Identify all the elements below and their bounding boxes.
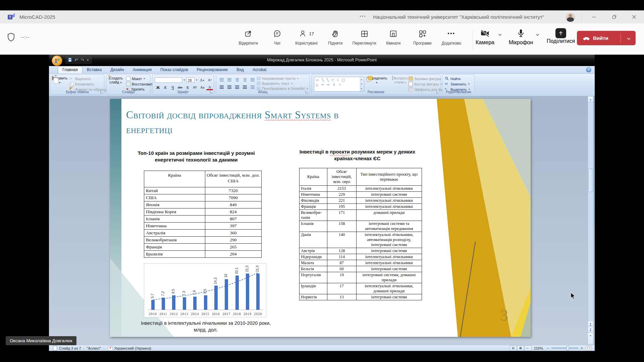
increase-indent-button[interactable]	[241, 77, 248, 82]
font-name-select[interactable]	[155, 77, 182, 83]
table-cell: 195	[327, 204, 356, 210]
cut-button[interactable]: ✂Вырезать	[69, 76, 107, 81]
slide-sorter-button[interactable]: ▦	[517, 346, 524, 351]
slide-canvas[interactable]: Світовій досвід впровадження Smart Syste…	[110, 99, 531, 337]
rooms-button[interactable]: Кімнати	[379, 28, 408, 46]
more-button[interactable]: ••• Додатково	[437, 28, 466, 46]
italic-button[interactable]: К	[162, 84, 169, 90]
scroll-down-button[interactable]: ▼	[588, 333, 593, 345]
shapes-gallery-scroll[interactable]: ▲▼▼	[360, 77, 364, 91]
tab-view[interactable]: Вид	[232, 66, 248, 73]
find-button[interactable]: Найти	[445, 76, 470, 81]
undo-button[interactable]: ↶	[74, 58, 78, 63]
bullets-button[interactable]	[218, 77, 225, 82]
spellcheck-icon[interactable]: ✗	[108, 346, 113, 351]
titlebar-overflow-icon[interactable]: •••	[360, 10, 366, 23]
view-button[interactable]: Переглянути	[350, 28, 379, 46]
left-table-header-country: Країна	[144, 171, 205, 187]
minimize-button[interactable]	[586, 10, 601, 23]
underline-button[interactable]: Ч	[169, 84, 176, 90]
grow-font-button[interactable]: А▲	[199, 77, 206, 83]
status-divider2	[104, 346, 104, 350]
group-drawing-label: Рисование	[312, 90, 440, 94]
font-dialog-launcher[interactable]	[210, 90, 213, 93]
participants-button[interactable]: 17 Користувачі	[292, 28, 321, 46]
scroll-up-button[interactable]: ▲	[588, 97, 593, 102]
table-cell: 849	[205, 201, 261, 208]
char-spacing-button[interactable]: AV	[192, 84, 198, 90]
align-left-button[interactable]	[218, 84, 225, 90]
shape-fill-icon	[409, 76, 413, 81]
redo-button[interactable]: ↷	[80, 58, 84, 63]
qat-customize-chevron[interactable]: ▼	[87, 58, 89, 63]
paragraph-dialog-launcher[interactable]	[306, 90, 308, 93]
previous-slide-button[interactable]: ▲▲	[588, 321, 593, 327]
shapes-gallery[interactable]: ▭ ╲ ╲ □ ○ ▢ △ ⇦ ⇨ ⇩ ☆ ▲▼▼	[314, 77, 364, 92]
drawing-dialog-launcher[interactable]	[436, 90, 439, 93]
zoom-slider[interactable]	[551, 348, 578, 349]
zoom-in-button[interactable]: +	[580, 346, 584, 351]
numbering-button[interactable]	[226, 77, 233, 82]
arrange-button[interactable]: Упорядочить ▼	[366, 76, 388, 84]
font-color-button[interactable]: А	[206, 84, 213, 90]
mic-options-chevron[interactable]	[535, 32, 540, 38]
mic-button[interactable]: Мікрофон	[510, 28, 532, 46]
leave-button[interactable]: Вийти	[577, 31, 636, 45]
raise-hand-icon	[331, 28, 340, 39]
shrink-font-button[interactable]: А▼	[207, 77, 213, 83]
text-shadow-button[interactable]: S	[184, 84, 191, 90]
slideshow-button[interactable]: ▷	[525, 346, 531, 351]
paste-button[interactable]: Вставить ▼	[51, 76, 68, 84]
scroll-thumb[interactable]	[588, 169, 593, 192]
vertical-scrollbar[interactable]: ▲ ▲▲ ▼▼ ▼	[588, 96, 593, 345]
avatar[interactable]	[566, 12, 575, 22]
restore-button[interactable]	[607, 10, 622, 23]
camera-button[interactable]: Камера	[476, 28, 494, 46]
close-button[interactable]	[627, 10, 641, 23]
tab-review[interactable]: Рецензирование	[193, 66, 232, 73]
normal-view-button[interactable]: ▤	[510, 346, 517, 351]
reset-slide-button[interactable]: Восстановить	[126, 82, 154, 86]
change-case-button[interactable]: Aa	[199, 84, 206, 90]
zoom-level: 116%	[534, 346, 543, 350]
apps-button[interactable]: Програми	[408, 28, 437, 46]
decrease-indent-button[interactable]	[234, 77, 240, 82]
zoom-slider-thumb[interactable]	[566, 346, 569, 351]
fit-to-window-button[interactable]	[586, 346, 591, 351]
tab-home[interactable]: Главная	[58, 66, 83, 73]
popout-button[interactable]: Відкріпити	[234, 28, 263, 46]
camera-options-chevron[interactable]	[498, 32, 502, 38]
group-paragraph: Направление текста▼ Выровнять текст▼ Пре…	[216, 74, 310, 95]
office-button[interactable]	[52, 55, 62, 66]
font-size-select[interactable]: 28	[186, 77, 195, 83]
layout-button[interactable]: Макет▼	[126, 76, 154, 81]
language-indicator[interactable]: Украинский (Украина)	[114, 346, 151, 350]
text-direction-button[interactable]: Направление текста▼	[257, 76, 308, 80]
new-slide-button[interactable]: Создать слайд ▼	[107, 76, 124, 84]
next-slide-button[interactable]: ▼▼	[588, 327, 593, 333]
tab-design[interactable]: Дизайн	[106, 66, 128, 73]
copy-button[interactable]: Копировать	[69, 82, 107, 86]
share-button[interactable]: Поділитися	[547, 28, 575, 44]
justify-button[interactable]	[241, 84, 248, 90]
tab-acrobat[interactable]: Acrobat	[248, 66, 271, 73]
leave-options-chevron[interactable]	[627, 36, 631, 42]
line-spacing-button[interactable]	[249, 77, 256, 82]
save-button[interactable]	[68, 58, 72, 63]
table-row: Норвегія13інтегровані системи	[300, 294, 422, 300]
columns-button[interactable]	[249, 84, 256, 90]
tab-animation[interactable]: Анимация	[128, 66, 156, 73]
chat-button[interactable]: Чат	[263, 28, 292, 46]
bold-button[interactable]: Ж	[155, 84, 161, 90]
zoom-out-button[interactable]: −	[546, 346, 550, 351]
align-right-button[interactable]	[234, 84, 240, 90]
tab-slideshow[interactable]: Показ слайдов	[156, 66, 193, 73]
align-center-button[interactable]	[226, 84, 233, 90]
tab-insert[interactable]: Вставка	[83, 66, 106, 73]
clipboard-dialog-launcher[interactable]	[100, 90, 103, 93]
align-text-button[interactable]: Выровнять текст▼	[257, 81, 308, 85]
replace-button[interactable]: abЗаменить▼	[445, 82, 470, 86]
raise-hand-button[interactable]: Підняти	[321, 28, 350, 46]
strikethrough-button[interactable]: abc	[177, 84, 183, 90]
help-button[interactable]: ?	[586, 67, 591, 72]
